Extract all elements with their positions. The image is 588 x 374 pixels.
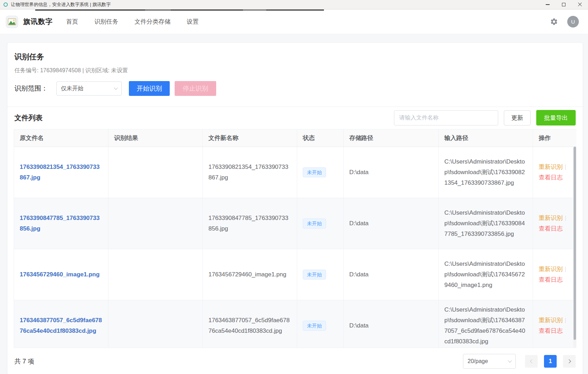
table-header-row: 原文件名 识别结果 文件新名称 状态 存储路径 输入路径 操作 <box>14 129 577 147</box>
action-separator: | <box>565 215 566 221</box>
re-recognize-link[interactable]: 重新识别 <box>539 266 563 272</box>
next-page-button[interactable] <box>563 355 576 368</box>
nav-item-settings[interactable]: 设置 <box>187 18 199 26</box>
user-avatar[interactable]: U <box>567 16 579 27</box>
close-icon <box>578 2 582 7</box>
minimize-button[interactable] <box>539 0 556 10</box>
filename-search-input[interactable] <box>394 110 498 125</box>
new-filename: 1763463877057_6c5d9fae67876ca54e40cd1f80… <box>208 317 290 334</box>
col-header-storage: 存储路径 <box>344 129 439 147</box>
status-badge: 未开始 <box>303 219 326 228</box>
navbar: 旗讯数字 首页 识别任务 文件分类存储 设置 U <box>0 10 588 34</box>
scrollbar-thumb[interactable] <box>574 147 576 340</box>
col-header-status: 状态 <box>297 129 344 147</box>
table-row: 1763390847785_1763390733856.jpg 17633908… <box>14 198 577 249</box>
storage-path: D:\data <box>349 220 369 227</box>
input-path: C:\Users\Administrator\Desktop\fsdownloa… <box>444 306 525 345</box>
status-badge: 未开始 <box>303 270 326 280</box>
window-titlebar: 让物理世界的信息，安全进入数字系统 | 旗讯数字 <box>0 0 588 10</box>
col-header-actions: 操作 <box>533 129 577 147</box>
table-row: 1763463877057_6c5d9fae67876ca54e40cd1f80… <box>14 300 577 348</box>
navbar-right: U <box>550 16 579 27</box>
view-log-link[interactable]: 查看日志 <box>539 327 563 334</box>
col-header-newname: 文件新名称 <box>203 129 297 147</box>
chevron-down-icon <box>114 86 118 90</box>
input-path: C:\Users\Administrator\Desktop\fsdownloa… <box>444 158 525 186</box>
nav-item-recognition-tasks[interactable]: 识别任务 <box>94 18 118 26</box>
total-count: 共 7 项 <box>14 357 34 366</box>
original-filename-link[interactable]: 1763390821354_1763390733867.jpg <box>20 164 100 181</box>
window-title: 让物理世界的信息，安全进入数字系统 | 旗讯数字 <box>11 1 111 8</box>
view-log-link[interactable]: 查看日志 <box>539 174 563 181</box>
filelist-tools: 更新 批量导出 <box>394 110 576 125</box>
input-path: C:\Users\Administrator\Desktop\fsdownloa… <box>444 209 525 237</box>
input-path: C:\Users\Administrator\Desktop\fsdownloa… <box>444 260 525 288</box>
nav-item-file-storage[interactable]: 文件分类存储 <box>135 18 170 26</box>
stop-recognition-button[interactable]: 停止识别 <box>175 81 216 96</box>
maximize-button[interactable] <box>556 0 572 10</box>
storage-path: D:\data <box>349 322 369 329</box>
brand-name: 旗讯数字 <box>23 17 53 26</box>
new-filename: 1763456729460_image1.png <box>208 271 286 278</box>
window-controls <box>539 0 588 10</box>
chevron-left-icon <box>530 359 534 363</box>
close-button[interactable] <box>572 0 588 10</box>
pagination: 20/page 1 <box>463 354 576 369</box>
action-separator: | <box>565 266 566 272</box>
settings-gear-icon[interactable] <box>550 18 558 26</box>
new-filename: 1763390821354_1763390733867.jpg <box>208 164 288 181</box>
batch-export-button[interactable]: 批量导出 <box>536 110 576 125</box>
task-controls: 识别范围： 仅未开始 开始识别 停止识别 <box>14 81 576 96</box>
file-table: 原文件名 识别结果 文件新名称 状态 存储路径 输入路径 操作 17633908… <box>14 129 576 348</box>
action-separator: | <box>565 317 566 324</box>
render-artifact-line <box>35 10 324 11</box>
scope-select[interactable]: 仅未开始 <box>56 81 122 96</box>
favicon-icon <box>4 2 8 7</box>
app-logo-icon <box>6 16 18 28</box>
table-footer: 共 7 项 20/page 1 <box>7 348 583 374</box>
page-body: 识别任务 任务编号: 1763984974508 | 识别区域: 未设置 识别范… <box>0 34 588 374</box>
view-log-link[interactable]: 查看日志 <box>539 276 563 283</box>
chevron-down-icon <box>508 358 512 362</box>
status-badge: 未开始 <box>303 167 326 177</box>
action-row: 重新识别| <box>539 315 571 326</box>
nav-item-home[interactable]: 首页 <box>66 18 78 26</box>
page-size-select[interactable]: 20/page <box>463 354 516 369</box>
status-badge: 未开始 <box>303 321 326 331</box>
re-recognize-link[interactable]: 重新识别 <box>539 164 563 170</box>
scope-select-value: 仅未开始 <box>61 85 83 92</box>
storage-path: D:\data <box>349 271 369 278</box>
original-filename-link[interactable]: 1763390847785_1763390733856.jpg <box>20 215 100 232</box>
minimize-icon <box>546 4 550 5</box>
col-header-original: 原文件名 <box>14 129 108 147</box>
filelist-header: 文件列表 更新 批量导出 <box>7 107 583 129</box>
re-recognize-link[interactable]: 重新识别 <box>539 317 563 324</box>
maximize-icon <box>562 3 565 6</box>
task-section-title: 识别任务 <box>14 52 576 62</box>
action-separator: | <box>565 164 566 170</box>
prev-page-button[interactable] <box>525 355 538 368</box>
task-section: 识别任务 任务编号: 1763984974508 | 识别区域: 未设置 识别范… <box>7 43 583 106</box>
nav-menu: 首页 识别任务 文件分类存储 设置 <box>66 18 199 26</box>
main-card: 识别任务 任务编号: 1763984974508 | 识别区域: 未设置 识别范… <box>7 42 583 374</box>
action-row: 重新识别| <box>539 162 571 172</box>
view-log-link[interactable]: 查看日志 <box>539 225 563 232</box>
refresh-button[interactable]: 更新 <box>504 110 531 125</box>
storage-path: D:\data <box>349 169 369 176</box>
action-row: 查看日志 <box>539 326 571 336</box>
filelist-title: 文件列表 <box>14 113 43 123</box>
new-filename: 1763390847785_1763390733856.jpg <box>208 215 288 232</box>
original-filename-link[interactable]: 1763456729460_image1.png <box>20 271 100 278</box>
action-row: 查看日志 <box>539 275 571 285</box>
start-recognition-button[interactable]: 开始识别 <box>129 81 170 96</box>
col-header-result: 识别结果 <box>108 129 203 147</box>
chevron-right-icon <box>567 359 571 363</box>
original-filename-link[interactable]: 1763463877057_6c5d9fae67876ca54e40cd1f80… <box>20 317 102 334</box>
table-scrollbar[interactable] <box>573 146 576 348</box>
re-recognize-link[interactable]: 重新识别 <box>539 215 563 221</box>
table-row: 1763456729460_image1.png 1763456729460_i… <box>14 249 577 300</box>
page-size-value: 20/page <box>468 358 488 364</box>
action-row: 重新识别| <box>539 264 571 275</box>
table-row: 1763390821354_1763390733867.jpg 17633908… <box>14 147 577 198</box>
page-1-button[interactable]: 1 <box>544 355 557 368</box>
